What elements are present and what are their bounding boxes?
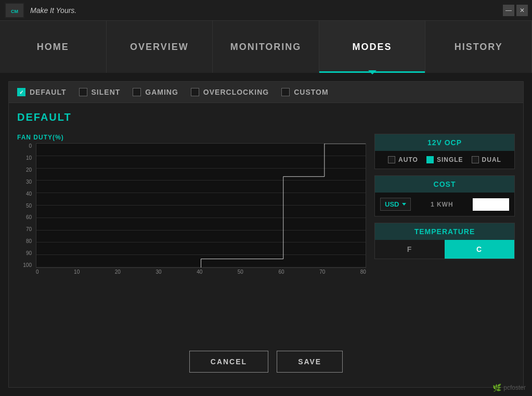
- titlebar-controls: — ✕: [503, 5, 528, 16]
- temp-c-button[interactable]: C: [445, 240, 514, 259]
- titlebar: CM Make It Yours. — ✕: [0, 0, 532, 21]
- cost-section: COST USD 1 KWH: [374, 175, 515, 216]
- y-axis: 100 90 80 70 60 50 40 30 20 10 0: [17, 143, 34, 268]
- close-button[interactable]: ✕: [516, 5, 528, 16]
- tab-custom-label: CUSTOM: [294, 88, 328, 96]
- temperature-section: TEMPERATURE F C: [374, 223, 515, 259]
- temp-f-button[interactable]: F: [375, 240, 445, 259]
- tab-custom[interactable]: CUSTOM: [281, 88, 328, 96]
- graph-label: FAN DUTY(%): [17, 134, 366, 141]
- save-button[interactable]: SAVE: [277, 351, 343, 373]
- nav-history-label: HISTORY: [455, 42, 503, 53]
- ocp-single-label: SINGLE: [437, 156, 463, 163]
- cancel-button[interactable]: CANCEL: [189, 351, 268, 373]
- temperature-header: TEMPERATURE: [375, 223, 514, 240]
- nav-modes-label: MODES: [353, 42, 392, 53]
- currency-select[interactable]: USD: [380, 198, 411, 211]
- content-area: DEFAULT FAN DUTY(%) 100 90 80 70 60 50 4…: [9, 103, 523, 387]
- tab-gaming-label: GAMING: [145, 88, 178, 96]
- cost-header: COST: [375, 176, 514, 193]
- tab-overclocking-label: OVERCLOCKING: [203, 88, 269, 96]
- nav-overview-label: OVERVIEW: [130, 42, 189, 53]
- nav-home[interactable]: HOME: [0, 21, 107, 73]
- x-axis: 0 10 20 30 40 50 60 70 80: [17, 269, 366, 275]
- tab-silent-checkbox[interactable]: [79, 88, 87, 96]
- right-panel: 12V OCP AUTO SINGLE: [374, 134, 515, 338]
- cost-unit-label: 1 KWH: [415, 201, 469, 208]
- cost-options: USD 1 KWH: [375, 193, 514, 216]
- tab-overclocking[interactable]: OVERCLOCKING: [191, 88, 269, 96]
- nav-modes[interactable]: MODES: [319, 21, 426, 73]
- app-title: Make It Yours.: [30, 6, 76, 15]
- tab-default-label: DEFAULT: [30, 88, 67, 96]
- ocp-options: AUTO SINGLE DUAL: [375, 151, 514, 169]
- tab-gaming[interactable]: GAMING: [133, 88, 178, 96]
- tab-default[interactable]: DEFAULT: [17, 88, 67, 96]
- graph-area[interactable]: [36, 143, 366, 268]
- buttons-row: CANCEL SAVE: [17, 344, 515, 379]
- active-mode-title: DEFAULT: [17, 111, 515, 123]
- chevron-down-icon: [402, 203, 406, 206]
- ocp-dual-radio[interactable]: [472, 156, 479, 163]
- tab-silent-label: SILENT: [92, 88, 121, 96]
- currency-label: USD: [385, 200, 399, 208]
- app-logo: CM: [4, 2, 25, 19]
- titlebar-left: CM Make It Yours.: [4, 2, 76, 19]
- ocp-single-radio[interactable]: [426, 156, 434, 163]
- cost-value-input[interactable]: [473, 198, 509, 211]
- tab-silent[interactable]: SILENT: [79, 88, 121, 96]
- nav-monitoring[interactable]: MONITORING: [213, 21, 319, 73]
- nav-home-label: HOME: [37, 42, 69, 53]
- watermark: 🌿 pcfoster: [492, 384, 526, 392]
- temperature-options: F C: [375, 240, 514, 259]
- tab-custom-checkbox[interactable]: [281, 88, 290, 96]
- watermark-text: pcfoster: [503, 384, 526, 391]
- step-chart-svg: [36, 144, 366, 268]
- active-nav-indicator: [368, 70, 377, 74]
- nav-overview[interactable]: OVERVIEW: [107, 21, 213, 73]
- ocp-dual-label: DUAL: [482, 156, 501, 163]
- ocp-header: 12V OCP: [375, 134, 514, 151]
- graph-controls-row: FAN DUTY(%) 100 90 80 70 60 50 40 30 20: [17, 134, 515, 338]
- ocp-auto-radio[interactable]: [388, 156, 395, 163]
- modes-panel: DEFAULT SILENT GAMING OVERCLOCKING CUSTO…: [8, 81, 524, 388]
- fan-duty-graph-container: FAN DUTY(%) 100 90 80 70 60 50 40 30 20: [17, 134, 366, 338]
- ocp-auto[interactable]: AUTO: [388, 156, 418, 163]
- svg-text:CM: CM: [11, 9, 18, 14]
- navbar: HOME OVERVIEW MONITORING MODES HISTORY: [0, 21, 532, 73]
- main-content: DEFAULT SILENT GAMING OVERCLOCKING CUSTO…: [0, 73, 532, 396]
- minimize-button[interactable]: —: [503, 5, 514, 16]
- ocp-section: 12V OCP AUTO SINGLE: [374, 134, 515, 169]
- ocp-dual[interactable]: DUAL: [472, 156, 501, 163]
- graph-wrapper: 100 90 80 70 60 50 40 30 20 10 0: [17, 143, 366, 268]
- ocp-auto-label: AUTO: [398, 156, 418, 163]
- ocp-single[interactable]: SINGLE: [426, 156, 463, 163]
- tab-overclocking-checkbox[interactable]: [191, 88, 199, 96]
- nav-monitoring-label: MONITORING: [230, 42, 302, 53]
- mode-tabs: DEFAULT SILENT GAMING OVERCLOCKING CUSTO…: [9, 82, 523, 103]
- tab-gaming-checkbox[interactable]: [133, 88, 141, 96]
- tab-default-checkbox[interactable]: [17, 88, 25, 96]
- nav-history[interactable]: HISTORY: [425, 21, 532, 73]
